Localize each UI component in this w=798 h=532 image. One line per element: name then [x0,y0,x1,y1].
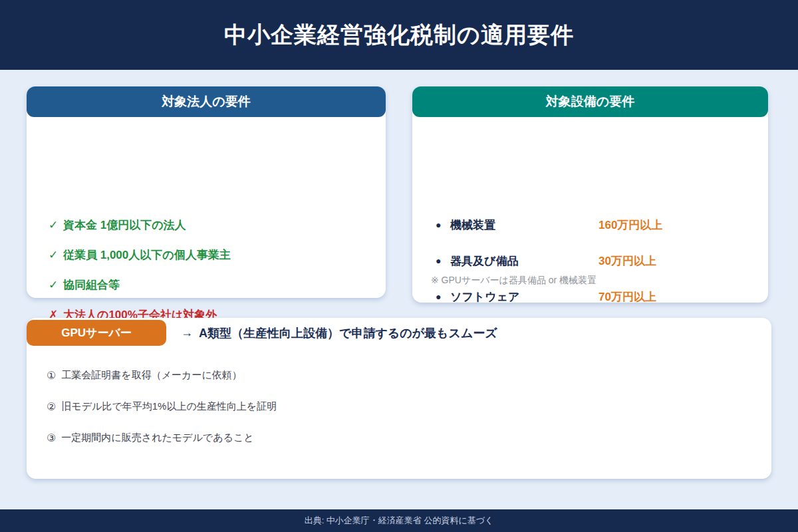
list-item: ② 旧モデル比で年平均1%以上の生産性向上を証明 [47,391,751,422]
gpu-card: GPUサーバー → A類型（生産性向上設備）で申請するのが最もスムーズ ① 工業… [27,318,771,479]
page-title: 中小企業経営強化税制の適用要件 [224,20,574,51]
step-text: 一定期間内に販売されたモデルであること [61,432,253,444]
equipment-value: 30万円以上 [598,253,656,269]
list-item: ✓ 協同組合等 [49,270,372,300]
requirement-text: 協同組合等 [63,277,120,293]
equipment-card-header: 対象設備の要件 [412,86,768,117]
corporation-card-header: 対象法人の要件 [27,86,386,117]
step-number-icon: ② [47,400,56,413]
list-item: ● 器具及び備品 30万円以上 [436,243,755,279]
check-icon: ✓ [49,248,63,262]
source-text: 出典: 中小企業庁・経済産業省 公的資料に基づく [305,515,494,527]
list-item: ✓ 従業員 1,000人以下の個人事業主 [49,240,372,270]
requirement-text: 資本金 1億円以下の法人 [63,217,186,233]
list-item: ① 工業会証明書を取得（メーカーに依頼） [47,360,751,391]
gpu-steps: ① 工業会証明書を取得（メーカーに依頼） ② 旧モデル比で年平均1%以上の生産性… [47,360,751,454]
equipment-label: ソフトウェア [450,289,598,305]
title-bar: 中小企業経営強化税制の適用要件 [0,0,798,70]
equipment-value: 70万円以上 [598,289,656,305]
bullet-icon: ● [436,255,450,266]
step-number-icon: ③ [47,432,56,444]
equipment-label: 器具及び備品 [450,253,598,269]
equipment-card: 対象設備の要件 ● 機械装置 160万円以上 ● 器具及び備品 30万円以上 ●… [412,86,768,303]
gpu-headline-text: A類型（生産性向上設備）で申請するのが最もスムーズ [199,325,497,341]
gpu-badge: GPUサーバー [27,320,166,346]
bullet-icon: ● [436,219,450,230]
footer-bar: 出典: 中小企業庁・経済産業省 公的資料に基づく [0,509,798,532]
step-text: 旧モデル比で年平均1%以上の生産性向上を証明 [61,400,277,413]
equipment-value: 160万円以上 [598,217,662,233]
requirement-text: 従業員 1,000人以下の個人事業主 [63,247,231,263]
step-number-icon: ① [47,369,56,382]
list-item: ● 機械装置 160万円以上 [436,207,755,243]
corporation-card: 対象法人の要件 ✓ 資本金 1億円以下の法人 ✓ 従業員 1,000人以下の個人… [27,86,386,298]
check-icon: ✓ [49,218,63,232]
equipment-label: 機械装置 [450,217,598,233]
gpu-headline: → A類型（生産性向上設備）で申請するのが最もスムーズ [181,320,497,346]
step-text: 工業会証明書を取得（メーカーに依頼） [61,369,241,382]
arrow-icon: → [181,326,193,340]
list-item: ③ 一定期間内に販売されたモデルであること [47,422,751,454]
equipment-note: ※ GPUサーバーは器具備品 or 機械装置 [431,275,597,287]
bullet-icon: ● [436,291,450,302]
check-icon: ✓ [49,278,63,292]
list-item: ✓ 資本金 1億円以下の法人 [49,210,372,240]
slide: 中小企業経営強化税制の適用要件 対象法人の要件 ✓ 資本金 1億円以下の法人 ✓… [0,0,798,532]
